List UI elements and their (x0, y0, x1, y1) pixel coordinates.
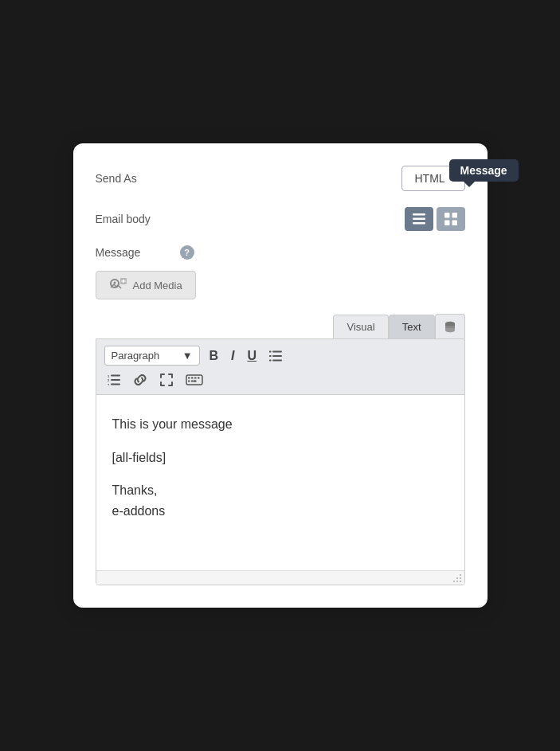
list-view-button[interactable] (405, 207, 433, 231)
svg-rect-34 (453, 581, 455, 582)
toolbar-row-1: Paragraph ▼ B I U (104, 346, 456, 366)
bullet-list-icon (269, 350, 282, 362)
svg-rect-0 (413, 213, 425, 216)
list-button[interactable] (266, 349, 285, 363)
svg-text:2: 2 (108, 378, 110, 382)
editor-tabs: Visual Text (96, 314, 465, 338)
svg-rect-27 (191, 377, 194, 379)
svg-rect-20 (111, 379, 120, 381)
svg-rect-38 (460, 577, 461, 579)
svg-rect-11 (121, 281, 126, 282)
add-media-icon (109, 278, 127, 292)
svg-rect-3 (444, 213, 450, 218)
svg-rect-16 (269, 350, 272, 352)
svg-rect-35 (456, 581, 458, 582)
svg-rect-1 (413, 218, 425, 221)
message-row: Message ? (96, 245, 465, 260)
view-toggle (405, 207, 465, 231)
list-icon (413, 213, 425, 225)
main-card: Send As HTML Message Email body (73, 143, 488, 608)
paragraph-chevron-icon: ▼ (182, 350, 193, 362)
message-label: Message (96, 246, 175, 259)
svg-rect-37 (456, 577, 458, 579)
add-media-button[interactable]: Add Media (96, 271, 196, 299)
grid-view-button[interactable] (437, 207, 465, 231)
toolbar-row-2: 1 2 3 (104, 372, 456, 388)
svg-rect-4 (452, 213, 457, 218)
svg-rect-25 (186, 375, 202, 385)
svg-rect-13 (272, 350, 282, 352)
svg-rect-21 (111, 384, 120, 385)
editor-content[interactable]: This is your message [all-fields] Thanks… (96, 395, 464, 570)
database-icon (444, 320, 456, 333)
email-body-label: Email body (96, 213, 175, 225)
grid-icon (444, 213, 457, 225)
editor-wrapper: Paragraph ▼ B I U (96, 338, 465, 585)
keyboard-icon (186, 374, 203, 385)
tab-visual[interactable]: Visual (333, 315, 388, 338)
svg-rect-18 (269, 359, 272, 361)
editor-line-1: This is your message (112, 414, 448, 435)
svg-rect-28 (194, 377, 197, 379)
editor-line-2: [all-fields] (112, 448, 448, 468)
add-media-label: Add Media (133, 280, 182, 291)
bold-button[interactable]: B (206, 347, 222, 365)
tab-db[interactable] (435, 314, 465, 338)
editor-line-3: Thanks, e-addons (112, 480, 448, 521)
numbered-list-button[interactable]: 1 2 3 (104, 373, 123, 387)
send-as-label: Send As (96, 172, 175, 185)
send-as-wrapper: HTML Message (401, 166, 465, 191)
fullscreen-button[interactable] (157, 372, 176, 388)
link-button[interactable] (130, 373, 151, 387)
svg-rect-30 (188, 381, 190, 382)
keyboard-button[interactable] (182, 373, 206, 387)
svg-rect-6 (452, 221, 457, 226)
svg-rect-39 (460, 574, 461, 576)
svg-rect-26 (188, 377, 190, 379)
svg-rect-36 (460, 581, 461, 582)
svg-rect-31 (191, 381, 194, 382)
italic-button[interactable]: I (228, 347, 237, 365)
svg-rect-33 (194, 381, 197, 382)
svg-rect-19 (111, 375, 120, 377)
paragraph-select[interactable]: Paragraph ▼ (104, 346, 200, 366)
svg-rect-29 (198, 377, 200, 379)
svg-rect-17 (269, 355, 272, 357)
svg-text:1: 1 (108, 374, 110, 378)
fullscreen-icon (160, 374, 173, 386)
svg-rect-15 (272, 359, 282, 361)
tab-text[interactable]: Text (389, 315, 435, 338)
resize-icon (450, 574, 461, 582)
svg-rect-14 (272, 355, 282, 357)
send-as-row: Send As HTML Message (96, 166, 465, 191)
numbered-list-icon: 1 2 3 (108, 374, 120, 385)
email-body-row: Email body (96, 207, 465, 231)
svg-rect-2 (413, 222, 425, 225)
underline-button[interactable]: U (245, 347, 260, 365)
tooltip-bubble: Message (449, 159, 519, 182)
svg-rect-5 (444, 221, 450, 226)
svg-text:3: 3 (108, 383, 110, 386)
link-icon (133, 374, 147, 385)
editor-toolbar: Paragraph ▼ B I U (96, 339, 464, 395)
editor-resize-handle[interactable] (96, 570, 464, 585)
help-icon[interactable]: ? (180, 245, 194, 260)
